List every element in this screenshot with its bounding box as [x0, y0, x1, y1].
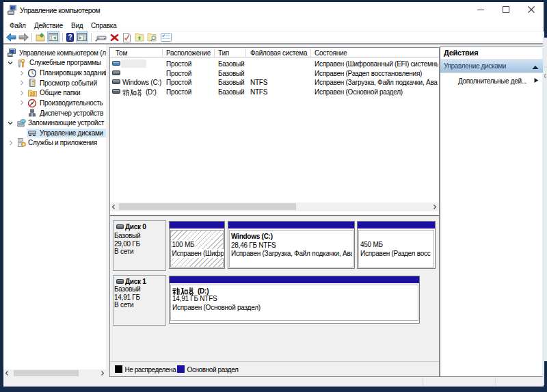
- svg-text:23: 23: [30, 92, 36, 96]
- svg-text:?: ?: [68, 34, 72, 41]
